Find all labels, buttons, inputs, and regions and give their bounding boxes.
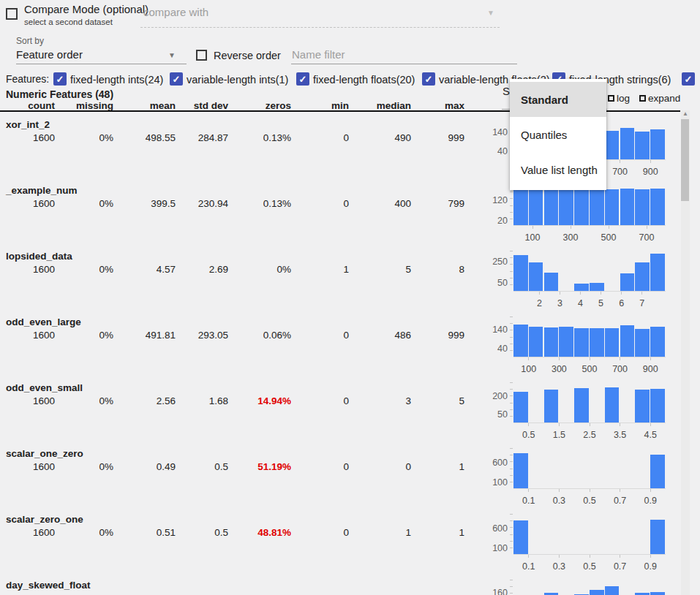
stat-cell: 0.5 <box>162 527 228 538</box>
y-axis-label: 40 <box>483 344 508 354</box>
y-axis-tick <box>510 534 513 535</box>
y-axis-label: 600 <box>483 523 508 534</box>
feature-type-checkbox[interactable]: ✓ <box>53 72 67 86</box>
histogram-bar <box>650 389 665 422</box>
x-axis-tick <box>539 292 540 295</box>
histogram-bar <box>650 189 665 225</box>
chart-menu-item[interactable]: Quantiles <box>510 117 606 152</box>
feature-type-checkbox[interactable]: ✓ <box>170 72 183 86</box>
y-axis-tick <box>510 271 513 272</box>
stat-cell: 0% <box>48 527 113 538</box>
x-axis-tick <box>528 423 529 426</box>
histogram-bar <box>574 189 589 225</box>
compare-mode-checkbox[interactable] <box>6 8 18 20</box>
stat-cell: 1600 <box>0 527 55 538</box>
histogram-bar <box>620 273 635 291</box>
stat-cell: 1 <box>283 264 349 275</box>
x-axis-tick <box>650 555 651 558</box>
x-axis-label: 1.5 <box>543 430 575 440</box>
histogram-bar <box>513 453 528 488</box>
x-axis-tick <box>620 423 620 426</box>
x-axis-tick <box>560 292 560 295</box>
compare-dropdown-arrow-icon: ▼ <box>487 9 494 17</box>
stat-cell: 0 <box>283 198 349 209</box>
x-axis-label: 900 <box>634 364 666 374</box>
y-axis-tick <box>510 198 513 199</box>
x-axis-label: 7 <box>626 298 658 308</box>
y-axis-label: 600 <box>483 458 508 468</box>
histogram-bar <box>620 189 635 225</box>
histogram-bar <box>544 327 559 357</box>
sort-underline <box>16 50 187 64</box>
histogram-bar <box>513 520 528 554</box>
y-axis-tick <box>510 469 513 469</box>
x-axis-label: 0.5 <box>513 430 545 440</box>
x-axis-tick <box>571 226 571 229</box>
y-axis-tick <box>510 337 513 338</box>
histogram-bar <box>544 390 559 422</box>
x-axis-label: 700 <box>604 167 636 177</box>
stat-cell: 0.5 <box>162 461 228 472</box>
stat-cell: 48.81% <box>225 527 291 538</box>
histogram-bar <box>620 128 635 159</box>
y-axis-tick <box>510 541 513 542</box>
histogram-bar <box>529 262 543 291</box>
expand-checkbox[interactable] <box>639 95 646 102</box>
section-title: Numeric Features (48) <box>6 88 113 100</box>
column-header: min <box>283 100 349 111</box>
x-axis-tick <box>620 489 620 492</box>
stat-cell: 1 <box>399 461 464 472</box>
x-axis-label: 500 <box>592 232 625 243</box>
histogram-bar <box>529 327 543 357</box>
column-header: count <box>0 100 55 111</box>
y-axis-tick <box>510 514 513 515</box>
stat-cell: 0.13% <box>225 132 291 143</box>
histogram-bar <box>635 329 650 357</box>
expand-toggle[interactable]: expand <box>639 93 680 104</box>
feature-type-checkbox[interactable]: ✓ <box>422 72 435 86</box>
stat-cell: 0% <box>48 264 113 275</box>
histogram-bar <box>635 189 650 225</box>
chart-menu-item[interactable]: Value list length <box>510 152 606 187</box>
log-checkbox[interactable] <box>608 95 614 102</box>
x-axis-tick <box>641 292 642 295</box>
scrollbar-thumb[interactable] <box>681 119 689 201</box>
stat-cell: 1 <box>399 527 464 538</box>
x-axis-tick <box>590 357 590 360</box>
y-axis-tick <box>510 482 513 482</box>
histogram-bar <box>559 189 573 225</box>
y-axis-label: 140 <box>483 325 508 335</box>
y-axis-label: 50 <box>483 409 508 420</box>
y-axis-tick <box>510 448 513 449</box>
x-axis-tick <box>620 555 620 558</box>
y-axis-tick <box>510 264 513 265</box>
x-axis-label: 0.3 <box>543 496 575 506</box>
histogram <box>513 185 666 225</box>
y-axis-tick <box>510 455 513 455</box>
histogram-bar <box>605 189 620 225</box>
feature-type-checkbox[interactable]: ✓ <box>296 72 309 86</box>
stat-cell: 0.13% <box>225 198 291 209</box>
feature-type-checkbox[interactable]: ✓ <box>682 72 695 86</box>
x-axis-label: 700 <box>631 232 663 243</box>
stat-cell: 0% <box>48 330 113 341</box>
histogram-bar <box>635 132 650 159</box>
reverse-order-checkbox[interactable] <box>196 50 207 61</box>
histogram-bar <box>544 189 559 225</box>
feature-name: scalar_zero_one <box>6 514 83 525</box>
stat-cell: 14.94% <box>225 395 291 406</box>
y-axis-tick <box>510 205 513 206</box>
chart-menu-item[interactable]: Standard <box>510 82 606 117</box>
histogram-bar <box>513 392 528 422</box>
histogram-bar <box>590 328 604 357</box>
x-axis-tick <box>590 489 590 492</box>
stat-cell: 0% <box>48 395 113 406</box>
x-axis-label: 0.3 <box>543 561 575 572</box>
y-axis-tick <box>510 409 513 410</box>
table-row: day_skewed_float160 <box>0 574 700 595</box>
scrollbar-up-icon[interactable]: ▲ <box>681 110 690 118</box>
log-toggle[interactable]: log <box>608 93 630 104</box>
histogram <box>513 317 666 357</box>
histogram-bar <box>513 255 528 291</box>
x-axis-tick <box>590 555 590 558</box>
